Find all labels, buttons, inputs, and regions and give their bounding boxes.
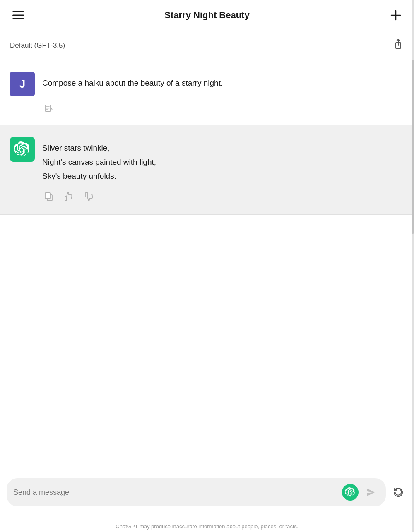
message-input[interactable] xyxy=(13,488,338,497)
svg-rect-13 xyxy=(45,193,50,199)
send-button[interactable] xyxy=(363,484,379,501)
copy-button[interactable] xyxy=(42,190,55,206)
user-message: J Compose a haiku about the beauty of a … xyxy=(0,60,414,125)
footer-label: ChatGPT may produce inaccurate informati… xyxy=(0,523,414,530)
model-row: Default (GPT-3.5) xyxy=(0,31,414,60)
input-area xyxy=(0,473,414,511)
gpt-circle-button[interactable] xyxy=(342,484,359,501)
chat-area: J Compose a haiku about the beauty of a … xyxy=(0,60,414,486)
assistant-text: Silver stars twinkle, Night's canvas pai… xyxy=(42,137,156,184)
svg-rect-1 xyxy=(12,15,24,16)
user-avatar: J xyxy=(10,72,35,96)
svg-rect-0 xyxy=(12,11,24,12)
svg-marker-22 xyxy=(367,489,375,496)
model-label: Default (GPT-3.5) xyxy=(10,41,65,50)
gpt-avatar xyxy=(10,137,35,162)
edit-button[interactable] xyxy=(42,102,55,117)
refresh-button[interactable] xyxy=(389,483,407,501)
edit-icon-row xyxy=(10,102,404,117)
input-wrapper xyxy=(7,478,386,506)
header: Starry Night Beauty xyxy=(0,0,414,31)
thumbs-up-button[interactable] xyxy=(62,189,76,206)
menu-button[interactable] xyxy=(10,7,26,24)
user-message-text: Compose a haiku about the beauty of a st… xyxy=(42,72,223,89)
bottom-input-row xyxy=(7,478,407,506)
svg-line-11 xyxy=(51,108,52,109)
assistant-message: Silver stars twinkle, Night's canvas pai… xyxy=(0,125,414,215)
scrollbar-track xyxy=(412,0,414,532)
assistant-actions xyxy=(10,189,404,206)
share-button[interactable] xyxy=(392,38,404,53)
new-chat-button[interactable] xyxy=(388,7,404,24)
svg-rect-2 xyxy=(12,18,24,19)
scrollbar-thumb[interactable] xyxy=(412,60,414,234)
page-title: Starry Night Beauty xyxy=(26,10,388,21)
thumbs-down-button[interactable] xyxy=(83,189,97,206)
